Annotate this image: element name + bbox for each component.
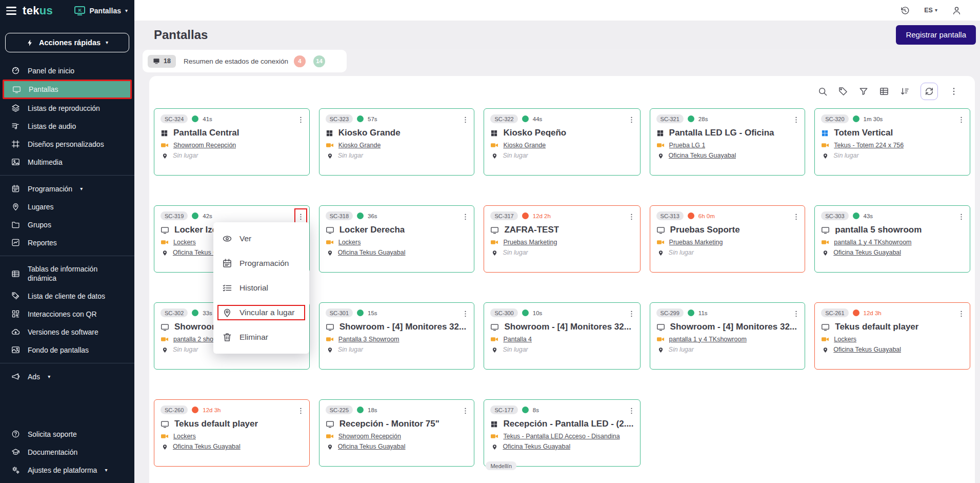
sidebar-item-fondo-de-pantallas[interactable]: Fondo de pantallas [0, 341, 134, 359]
quick-actions-label: Acciones rápidas [39, 38, 101, 47]
screen-card-sc-301[interactable]: SC-30115sShowroom - [4] Monitores 32...P… [319, 302, 475, 370]
playlist-link[interactable]: Showroom Recepción [338, 433, 401, 440]
sidebar-item-tablas-de-informacion-dinamica[interactable]: Tablas de información dinámica [0, 260, 134, 287]
screen-card-sc-300[interactable]: SC-30010sShowroom - [4] Monitores 32...P… [484, 302, 640, 370]
sidebar-item-ads[interactable]: Ads▾ [0, 368, 134, 385]
card-kebab-menu-button[interactable] [957, 113, 966, 126]
playlist-link[interactable]: Pantalla 3 Showroom [338, 336, 399, 343]
screen-card-sc-177[interactable]: SC-1778sRecepción - Pantalla LED - (2...… [484, 399, 640, 467]
sidebar-item-label: Multimedia [28, 158, 63, 166]
workspace-selector[interactable]: K Pantallas ▾ [74, 6, 128, 15]
sidebar-item-documentacion[interactable]: Documentación [0, 443, 134, 461]
playlist-link[interactable]: Lockers [338, 239, 361, 246]
playlist-link[interactable]: Prueba LG 1 [669, 142, 706, 149]
screen-card-sc-320[interactable]: SC-3201m 30sTotem VerticalTekus - Totem … [814, 108, 970, 176]
card-kebab-menu-button[interactable] [792, 210, 801, 223]
help-icon [11, 430, 20, 438]
screen-card-sc-299[interactable]: SC-29911sShowroom - [4] Monitores 32...p… [650, 302, 806, 370]
playlist-link[interactable]: Lockers [173, 433, 196, 440]
screen-card-sc-313[interactable]: SC-3136h 0mPruebas SoportePruebas Market… [650, 205, 806, 273]
card-kebab-menu-button[interactable] [627, 307, 636, 320]
sidebar-item-versiones-de-software[interactable]: Versiones de software [0, 323, 134, 341]
card-kebab-menu-button[interactable] [627, 210, 636, 223]
screen-card-sc-261[interactable]: SC-26112d 3hTekus default playerLockersO… [814, 302, 970, 370]
card-kebab-menu-button[interactable] [461, 404, 470, 417]
sidebar-item-multimedia[interactable]: Multimedia [0, 153, 134, 171]
sidebar-item-solicita-soporte[interactable]: Solicita soporte [0, 425, 134, 443]
card-kebab-menu-button[interactable] [461, 113, 470, 126]
user-icon[interactable] [952, 6, 962, 15]
screen-card-sc-260[interactable]: SC-26012d 3hTekus default playerLockersO… [154, 399, 310, 467]
card-kebab-menu-button[interactable] [957, 307, 966, 320]
kebab-button[interactable] [949, 86, 959, 96]
screen-card-sc-324[interactable]: SC-32441sPantalla CentralShowroom Recepc… [154, 108, 310, 176]
filter-button[interactable] [858, 86, 869, 96]
screen-card-sc-321[interactable]: SC-32128sPantalla LED LG - OficinaPrueba… [650, 108, 806, 176]
sidebar-item-panel-de-inicio[interactable]: Panel de inicio [0, 62, 134, 80]
playlist-link[interactable]: pantalla 2 show [173, 336, 218, 343]
sort-button[interactable] [899, 86, 910, 96]
playlist-link[interactable]: Tekus - Totem 224 x 756 [834, 142, 904, 149]
place-link[interactable]: Oficina Tekus G [173, 249, 218, 256]
card-kebab-menu-button[interactable] [296, 210, 305, 223]
playlist-link[interactable]: Pantalla 4 [503, 336, 532, 343]
card-kebab-menu-button[interactable] [792, 113, 801, 126]
place-link[interactable]: Oficina Tekus Guayabal [833, 346, 901, 353]
hamburger-menu-icon[interactable] [6, 7, 16, 14]
playlist-link[interactable]: Kiosko Grande [338, 142, 381, 149]
refresh-button[interactable] [921, 83, 938, 100]
menu-item-programacion[interactable]: Programación [213, 251, 309, 276]
menu-item-historial[interactable]: Historial [213, 276, 309, 300]
card-kebab-menu-button[interactable] [792, 307, 801, 320]
playlist-link[interactable]: Tekus - Pantalla LED Acceso - Disandina [503, 433, 619, 440]
sidebar-item-interacciones-con-qr[interactable]: Interacciones con QR [0, 305, 134, 323]
place-link[interactable]: Oficina Tekus Guayabal [338, 443, 406, 450]
playlist-link[interactable]: Kiosko Grande [503, 142, 546, 149]
sidebar-item-reportes[interactable]: Reportes [0, 234, 134, 252]
grid-view-button[interactable] [879, 86, 889, 96]
playlist-link[interactable]: Showroom Recepción [173, 142, 236, 149]
card-kebab-menu-button[interactable] [627, 113, 636, 126]
register-screen-button[interactable]: Registrar pantalla [896, 25, 976, 45]
sidebar-item-grupos[interactable]: Grupos [0, 216, 134, 234]
playlist-link[interactable]: pantalla 1 y 4 TKshowroom [669, 336, 747, 343]
place-link[interactable]: Oficina Tekus Guayabal [338, 249, 406, 256]
quick-actions-button[interactable]: Acciones rápidas ▾ [5, 33, 129, 52]
place-link[interactable]: Oficina Tekus Guayabal [833, 249, 901, 256]
playlist-link[interactable]: Lockers [173, 239, 196, 246]
card-kebab-menu-button[interactable] [461, 210, 470, 223]
sidebar-item-ajustes-de-plataforma[interactable]: Ajustes de plataforma▾ [0, 461, 134, 479]
sidebar-item-lugares[interactable]: Lugares [0, 198, 134, 216]
sidebar-item-disenos-personalizados[interactable]: Diseños personalizados [0, 135, 134, 153]
menu-item-vincular-a-lugar[interactable]: Vincular a lugar [213, 300, 309, 325]
sidebar-item-listas-de-audio[interactable]: Listas de audio [0, 117, 134, 135]
card-kebab-menu-button[interactable] [461, 307, 470, 320]
sidebar-item-pantallas[interactable]: Pantallas [3, 80, 132, 99]
screen-card-sc-323[interactable]: SC-32357sKiosko GrandeKiosko GrandeSin l… [319, 108, 475, 176]
language-selector[interactable]: ES ▾ [924, 7, 937, 14]
place-link[interactable]: Oficina Tekus Guayabal [669, 152, 736, 159]
screen-card-sc-303[interactable]: SC-30343spantalla 5 showroompantalla 1 y… [814, 205, 970, 273]
card-kebab-menu-button[interactable] [296, 113, 305, 126]
card-kebab-menu-button[interactable] [957, 210, 966, 223]
screen-card-sc-317[interactable]: SC-31712d 2hZAFRA-TESTPruebas MarketingS… [484, 205, 640, 273]
playlist-link[interactable]: pantalla 1 y 4 TKshowroom [834, 239, 911, 246]
sidebar-item-programacion[interactable]: Programación▾ [0, 180, 134, 198]
playlist-link[interactable]: Pruebas Marketing [669, 239, 723, 246]
screen-card-sc-322[interactable]: SC-32244sKiosko PeqeñoKiosko GrandeSin l… [484, 108, 640, 176]
card-kebab-menu-button[interactable] [627, 404, 636, 417]
playlist-link[interactable]: Lockers [834, 336, 856, 343]
sidebar-item-lista-de-cliente-de-datos[interactable]: Lista de cliente de datos [0, 287, 134, 305]
search-button[interactable] [817, 86, 828, 96]
screen-card-sc-318[interactable]: SC-31836sLocker DerechaLockersOficina Te… [319, 205, 475, 273]
tag-button[interactable] [838, 86, 848, 96]
card-kebab-menu-button[interactable] [296, 404, 305, 417]
history-icon[interactable] [900, 6, 910, 15]
place-link[interactable]: Oficina Tekus Guayabal [503, 443, 570, 450]
menu-item-eliminar[interactable]: Eliminar [213, 325, 309, 350]
sidebar-item-listas-de-reproduccion[interactable]: Listas de reproducción [0, 99, 134, 117]
place-link[interactable]: Oficina Tekus Guayabal [173, 443, 241, 450]
menu-item-ver[interactable]: Ver [213, 226, 309, 251]
screen-card-sc-225[interactable]: SC-22518sRecepción - Monitor 75"Showroom… [319, 399, 475, 467]
playlist-link[interactable]: Pruebas Marketing [503, 239, 557, 246]
